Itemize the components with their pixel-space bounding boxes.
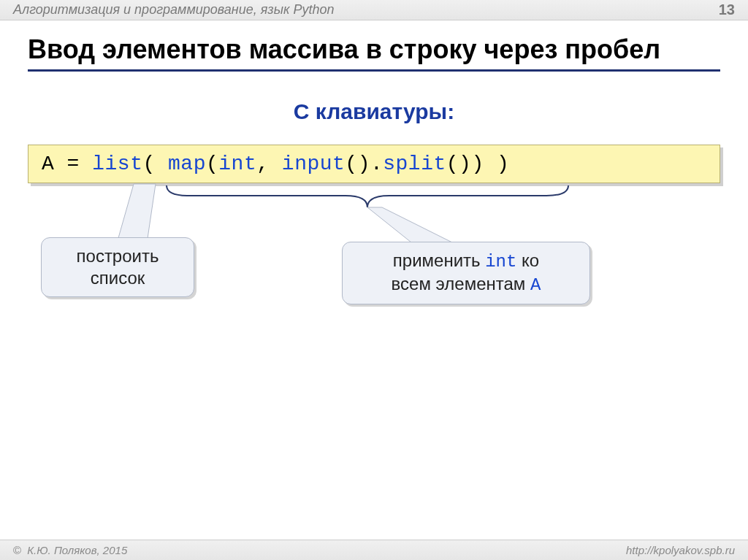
code-token: ()) ) bbox=[446, 153, 510, 175]
code-token: split bbox=[383, 153, 446, 175]
code-token: int bbox=[218, 153, 256, 175]
callout-left-line1: построить bbox=[58, 245, 178, 267]
footer-copyright: © К.Ю. Поляков, 2015 bbox=[13, 544, 127, 556]
callout-right-mono2: A bbox=[530, 275, 541, 295]
topbar: Алгоритмизация и программирование, язык … bbox=[0, 0, 748, 20]
copyright-icon: © bbox=[13, 544, 21, 556]
callout-right-post1: ко bbox=[516, 250, 539, 270]
callout-right-line2: всем элементам A bbox=[359, 273, 573, 296]
code-box: A = list( map(int, input().split()) ) bbox=[28, 145, 720, 183]
breadcrumb: Алгоритмизация и программирование, язык … bbox=[13, 2, 334, 18]
callout-right-mono: int bbox=[485, 252, 516, 272]
callout-build-list: построить список bbox=[41, 237, 194, 297]
code-area: A = list( map(int, input().split()) ) bbox=[28, 145, 720, 183]
callout-apply-int: применить int ко всем элементам A bbox=[342, 242, 590, 304]
page-number: 13 bbox=[719, 1, 735, 18]
code-token: map bbox=[168, 153, 206, 175]
page-title: Ввод элементов массива в строку через пр… bbox=[28, 34, 720, 72]
footer-copy-text: К.Ю. Поляков, 2015 bbox=[27, 544, 127, 556]
code-token: (). bbox=[345, 153, 383, 175]
footer-url: http://kpolyakov.spb.ru bbox=[626, 544, 735, 556]
callouts: построить список применить int ко всем э… bbox=[28, 191, 720, 380]
callout-right-line1: применить int ко bbox=[359, 250, 573, 273]
subtitle: С клавиатуры: bbox=[28, 99, 720, 124]
code-token: A bbox=[42, 153, 54, 175]
code-token: list bbox=[92, 153, 142, 175]
callout-left-line2: список bbox=[58, 267, 178, 289]
code-token: ( bbox=[142, 153, 168, 175]
code-token: ( bbox=[206, 153, 218, 175]
code-token: , bbox=[256, 153, 282, 175]
code-token: input bbox=[282, 153, 346, 175]
slide: Алгоритмизация и программирование, язык … bbox=[0, 0, 748, 560]
footer: © К.Ю. Поляков, 2015 http://kpolyakov.sp… bbox=[0, 540, 748, 560]
callout-right-post2: всем элементам bbox=[392, 274, 530, 294]
callout-right-pre: применить bbox=[393, 250, 485, 270]
code-token: = bbox=[54, 153, 92, 175]
content: Ввод элементов массива в строку через пр… bbox=[0, 20, 748, 380]
